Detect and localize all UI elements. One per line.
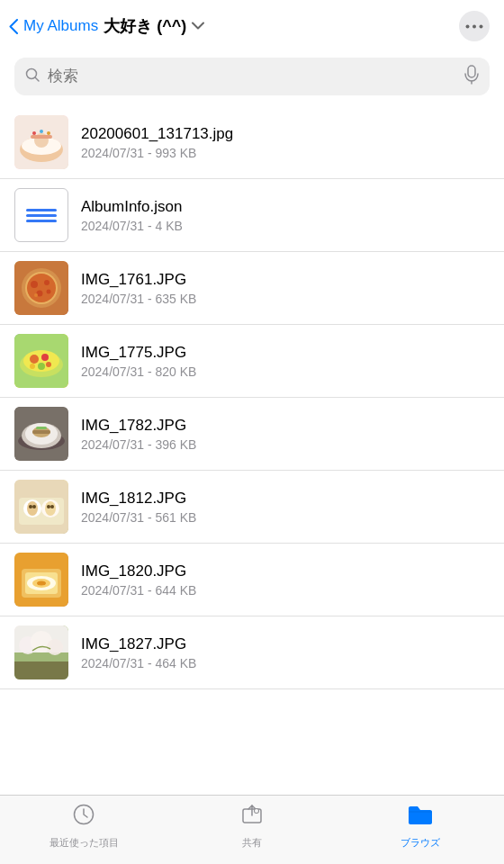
svg-point-59 [47,639,63,655]
tab-recent[interactable]: 最近使った項目 [48,803,120,850]
app-header: My Albums 大好き (^^) [0,0,504,50]
more-button[interactable] [459,11,490,41]
file-info: IMG_1782.JPG 2024/07/31 - 396 KB [81,417,490,452]
svg-point-47 [50,505,54,508]
file-meta: 2024/07/31 - 561 KB [81,510,490,525]
svg-rect-4 [468,66,475,77]
list-item[interactable]: IMG_1775.JPG 2024/07/31 - 820 KB [0,325,504,398]
svg-rect-37 [36,427,47,429]
file-meta: 2024/07/31 - 644 KB [81,583,490,598]
file-info: AlbumInfo.json 2024/07/31 - 4 KB [81,198,490,233]
svg-point-19 [44,280,50,285]
file-name: IMG_1820.JPG [81,562,490,580]
file-info: IMG_1812.JPG 2024/07/31 - 561 KB [81,490,490,525]
file-info: IMG_1827.JPG 2024/07/31 - 464 KB [81,635,490,670]
file-meta: 2024/07/31 - 4 KB [81,219,490,233]
tab-bar: 最近使った項目 共有 ブラウズ [0,795,504,864]
list-item[interactable]: IMG_1761.JPG 2024/07/31 - 635 KB [0,252,504,325]
file-name: IMG_1782.JPG [81,417,490,435]
svg-point-0 [466,24,470,28]
clock-icon [72,803,95,832]
file-name: 20200601_131713.jpg [81,125,490,143]
list-item[interactable]: IMG_1812.JPG 2024/07/31 - 561 KB [0,471,504,544]
file-thumbnail [14,261,68,315]
svg-rect-56 [14,662,68,680]
tab-shared-label: 共有 [242,836,262,850]
file-info: IMG_1820.JPG 2024/07/31 - 644 KB [81,562,490,598]
list-item[interactable]: IMG_1827.JPG 2024/07/31 - 464 KB [0,616,504,689]
svg-rect-36 [32,430,50,434]
svg-point-28 [38,363,45,370]
svg-point-44 [29,505,32,508]
microphone-icon[interactable] [464,65,479,88]
svg-point-1 [472,24,476,28]
file-info: IMG_1761.JPG 2024/07/31 - 635 KB [81,271,490,306]
list-item[interactable]: IMG_1820.JPG 2024/07/31 - 644 KB [0,544,504,616]
file-icon-json [14,188,68,242]
svg-point-12 [40,130,43,133]
svg-point-46 [47,505,50,508]
file-thumbnail [14,407,68,461]
file-thumbnail [14,553,68,607]
file-info: IMG_1775.JPG 2024/07/31 - 820 KB [81,344,490,379]
search-icon [25,68,40,86]
search-input[interactable] [48,68,457,86]
search-bar [14,58,490,95]
file-meta: 2024/07/31 - 820 KB [81,364,490,379]
file-thumbnail [14,334,68,388]
file-list-container: 20200601_131713.jpg 2024/07/31 - 993 KB … [0,106,504,761]
svg-point-53 [37,581,46,586]
file-thumbnail [14,115,68,169]
tab-shared[interactable]: 共有 [216,803,288,850]
back-label: My Albums [23,17,98,35]
file-thumbnail [14,626,68,680]
shared-icon [240,803,264,832]
header-title-area: 大好き (^^) [104,15,452,37]
list-item[interactable]: AlbumInfo.json 2024/07/31 - 4 KB [0,179,504,252]
svg-point-26 [30,355,39,364]
chevron-down-icon[interactable] [192,18,204,34]
svg-point-2 [480,24,483,28]
file-meta: 2024/07/31 - 396 KB [81,437,490,452]
page-title: 大好き (^^) [104,15,186,37]
file-name: AlbumInfo.json [81,198,490,216]
svg-point-21 [47,290,51,294]
svg-rect-10 [31,135,52,139]
svg-point-63 [255,809,258,813]
tab-browse-label: ブラウズ [400,836,440,850]
folder-icon [407,803,434,832]
svg-point-22 [34,293,38,297]
svg-point-13 [47,131,50,135]
file-info: 20200601_131713.jpg 2024/07/31 - 993 KB [81,125,490,160]
file-list: 20200601_131713.jpg 2024/07/31 - 993 KB … [0,106,504,689]
file-name: IMG_1775.JPG [81,344,490,362]
svg-point-43 [45,501,56,516]
svg-point-29 [30,364,35,369]
file-meta: 2024/07/31 - 635 KB [81,292,490,306]
tab-recent-label: 最近使った項目 [50,836,119,850]
svg-point-11 [32,131,36,135]
svg-point-17 [27,274,56,302]
file-meta: 2024/07/31 - 993 KB [81,146,490,160]
tab-browse[interactable]: ブラウズ [384,803,456,850]
file-name: IMG_1761.JPG [81,271,490,289]
file-meta: 2024/07/31 - 464 KB [81,656,490,670]
file-thumbnail [14,480,68,534]
file-name: IMG_1812.JPG [81,490,490,508]
file-name: IMG_1827.JPG [81,635,490,653]
list-item[interactable]: IMG_1782.JPG 2024/07/31 - 396 KB [0,398,504,471]
svg-point-18 [31,281,38,288]
back-button[interactable]: My Albums [9,17,98,35]
svg-point-42 [27,501,38,516]
svg-point-30 [46,362,51,367]
svg-point-45 [32,505,36,508]
svg-point-27 [41,354,49,361]
list-item[interactable]: 20200601_131713.jpg 2024/07/31 - 993 KB [0,106,504,179]
